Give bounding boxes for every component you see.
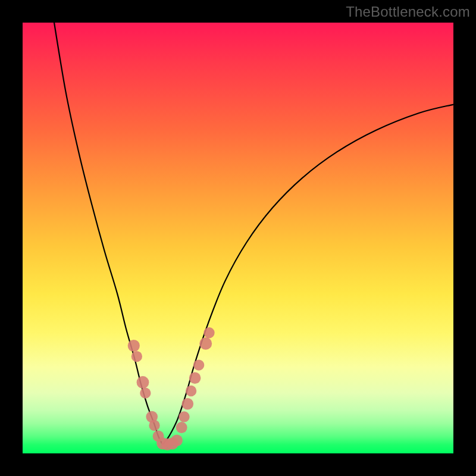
data-marker [186, 386, 196, 396]
data-marker [199, 337, 212, 350]
data-marker [128, 340, 140, 352]
data-marker [176, 422, 187, 433]
data-marker [193, 359, 204, 370]
data-marker [131, 351, 142, 362]
right-branch-curve [162, 105, 453, 445]
data-marker [189, 372, 201, 384]
plot-area [23, 23, 453, 453]
data-marker [140, 387, 151, 398]
data-marker [181, 398, 193, 410]
chart-svg [23, 23, 453, 453]
data-marker [178, 411, 189, 422]
data-marker [149, 420, 159, 431]
watermark-text: TheBottleneck.com [346, 4, 470, 20]
data-marker [203, 327, 214, 338]
outer-frame: TheBottleneck.com [0, 0, 476, 476]
data-marker [171, 434, 183, 446]
data-marker [137, 376, 149, 389]
